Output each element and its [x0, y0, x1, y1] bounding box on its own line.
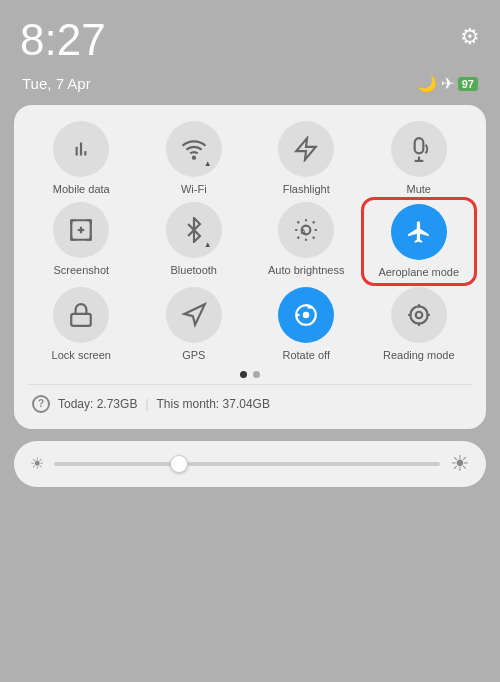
- divider: [28, 384, 472, 385]
- tile-screenshot[interactable]: Screenshot: [28, 202, 135, 281]
- moon-icon: 🌙: [417, 74, 437, 93]
- tile-rotate-off-label: Rotate off: [283, 349, 331, 362]
- data-today: Today: 2.73GB: [58, 397, 137, 411]
- brightness-high-icon: ☀: [450, 451, 470, 477]
- data-month: This month: 37.04GB: [157, 397, 270, 411]
- tile-bluetooth-circle: ▲: [166, 202, 222, 258]
- tile-flashlight[interactable]: Flashlight: [253, 121, 360, 196]
- brightness-thumb[interactable]: [170, 455, 188, 473]
- data-usage-row: ? Today: 2.73GB | This month: 37.04GB: [28, 389, 472, 415]
- right-status-icons: 🌙 ✈ 97: [417, 74, 478, 93]
- battery-indicator: 97: [458, 77, 478, 91]
- date-display: Tue, 7 Apr: [22, 75, 91, 92]
- tile-mute-circle: [391, 121, 447, 177]
- time-display: 8:27: [20, 18, 106, 62]
- tile-rotate-off-circle: [278, 287, 334, 343]
- tile-reading-mode[interactable]: Reading mode: [366, 287, 473, 362]
- tile-screenshot-circle: [53, 202, 109, 258]
- brightness-track[interactable]: [54, 462, 440, 466]
- airplane-status-icon: ✈: [441, 74, 454, 93]
- tile-reading-mode-label: Reading mode: [383, 349, 455, 362]
- tile-mobile-data-circle: [53, 121, 109, 177]
- tiles-grid: Mobile data ▲ Wi-Fi Flashlight: [28, 121, 472, 363]
- tile-auto-brightness-label: Auto brightness: [268, 264, 344, 277]
- tile-mute-label: Mute: [407, 183, 431, 196]
- svg-point-16: [304, 313, 308, 317]
- svg-marker-14: [184, 305, 205, 326]
- brightness-bar[interactable]: ☀ ☀: [14, 441, 486, 487]
- tile-rotate-off[interactable]: Rotate off: [253, 287, 360, 362]
- tile-mobile-data-label: Mobile data: [53, 183, 110, 196]
- tile-flashlight-circle: [278, 121, 334, 177]
- tile-auto-brightness[interactable]: A Auto brightness: [253, 202, 360, 281]
- tile-lock-screen-label: Lock screen: [52, 349, 111, 362]
- tile-reading-mode-circle: [391, 287, 447, 343]
- tile-mobile-data[interactable]: Mobile data: [28, 121, 135, 196]
- tile-screenshot-label: Screenshot: [53, 264, 109, 277]
- svg-point-3: [193, 157, 195, 159]
- tile-gps[interactable]: GPS: [141, 287, 248, 362]
- tile-bluetooth-label: Bluetooth: [171, 264, 217, 277]
- tile-lock-screen[interactable]: Lock screen: [28, 287, 135, 362]
- svg-text:A: A: [301, 228, 307, 237]
- dot-1: [240, 371, 247, 378]
- tile-bluetooth[interactable]: ▲ Bluetooth: [141, 202, 248, 281]
- brightness-low-icon: ☀: [30, 454, 44, 473]
- tile-gps-label: GPS: [182, 349, 205, 362]
- svg-marker-4: [297, 138, 317, 160]
- page-dots: [28, 371, 472, 378]
- tile-flashlight-label: Flashlight: [283, 183, 330, 196]
- status-bar: 8:27 ⚙: [0, 0, 500, 72]
- data-separator: |: [145, 397, 148, 411]
- tile-auto-brightness-circle: A: [278, 202, 334, 258]
- info-icon: ?: [32, 395, 50, 413]
- tile-lock-screen-circle: [53, 287, 109, 343]
- tile-wifi-label: Wi-Fi: [181, 183, 207, 196]
- tile-aeroplane-mode-circle: [391, 204, 447, 260]
- date-row: Tue, 7 Apr 🌙 ✈ 97: [0, 72, 500, 105]
- svg-rect-13: [72, 314, 92, 326]
- tile-wifi[interactable]: ▲ Wi-Fi: [141, 121, 248, 196]
- tile-aeroplane-mode-label: Aeroplane mode: [378, 266, 459, 279]
- quick-settings-panel: Mobile data ▲ Wi-Fi Flashlight: [14, 105, 486, 429]
- tile-mute[interactable]: Mute: [366, 121, 473, 196]
- tile-wifi-circle: ▲: [166, 121, 222, 177]
- tile-gps-circle: [166, 287, 222, 343]
- settings-icon[interactable]: ⚙: [460, 24, 480, 50]
- dot-2: [253, 371, 260, 378]
- tile-aeroplane-mode[interactable]: Aeroplane mode: [366, 202, 473, 281]
- svg-point-17: [410, 307, 427, 324]
- svg-point-18: [416, 312, 423, 319]
